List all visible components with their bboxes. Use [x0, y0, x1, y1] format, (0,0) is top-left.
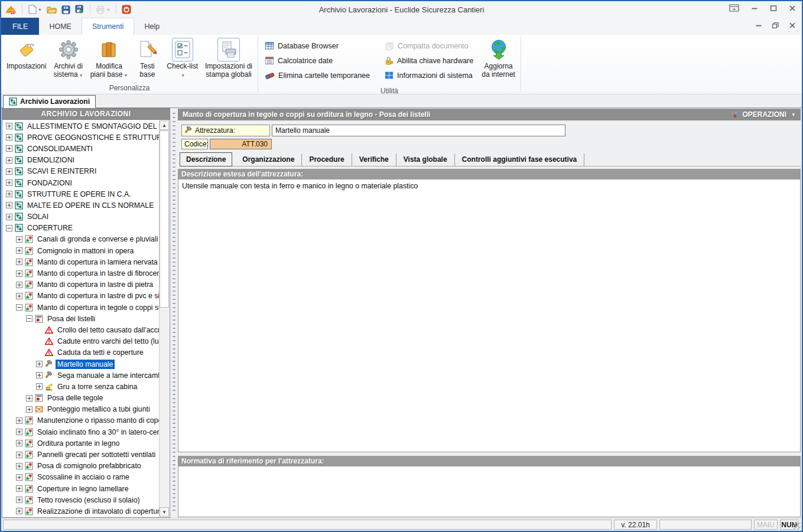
expand-plus-icon[interactable] [16, 236, 22, 243]
tree-item-label[interactable]: Realizzazione di intavolato di copertura [35, 507, 159, 516]
expand-plus-icon[interactable] [36, 372, 43, 378]
ribbon-tab-strumenti[interactable]: Strumenti [82, 18, 135, 35]
expand-plus-icon[interactable] [6, 214, 12, 220]
ribbon-button-informazioni-di-sistema[interactable]: Informazioni di sistema [385, 70, 473, 80]
exit-button[interactable] [120, 3, 133, 16]
expand-plus-icon[interactable] [26, 406, 32, 413]
collapse-minus-icon[interactable] [26, 315, 32, 322]
tree-item-label[interactable]: Orditura portante in legno [35, 439, 121, 448]
tree-item-label[interactable]: Manto di copertura in lamiera nervata [35, 257, 159, 267]
ribbon-button-database-browser[interactable]: Database Browser [265, 41, 370, 51]
tab-procedure[interactable]: Procedure [302, 154, 352, 166]
expand-plus-icon[interactable] [6, 202, 12, 208]
expand-plus-icon[interactable] [16, 440, 22, 446]
tree-item[interactable]: Ponteggio metallico a tubi giunti [3, 404, 159, 415]
tree-item[interactable]: SOLAI [3, 211, 159, 223]
save-button[interactable] [60, 3, 72, 16]
ribbon-button-archivi-di-sistema[interactable]: Archivi disistema▼ [50, 36, 86, 81]
tree-item-label[interactable]: STRUTTURE E OPERE IN C.A. [25, 190, 133, 199]
expand-plus-icon[interactable] [16, 508, 22, 514]
tab-controlli-aggiuntivi-fase-esecutiva[interactable]: Controlli aggiuntivi fase esecutiva [455, 154, 585, 166]
tree-item-label[interactable]: Caduta da tetti e coperture [56, 348, 145, 357]
tree-item-label[interactable]: Manto di copertura in lastre di pvc e si… [35, 291, 159, 301]
tree-item-label[interactable]: Manto di copertura in tegole o coppi su [35, 303, 159, 312]
expand-plus-icon[interactable] [16, 497, 22, 503]
tree-item[interactable]: Canali di gronda e converse e pluviali [3, 234, 159, 245]
tab-verifiche[interactable]: Verifiche [352, 154, 396, 166]
tree-item-label[interactable]: COPERTURE [25, 223, 74, 233]
mdi-restore-button[interactable] [772, 22, 779, 29]
tree-item[interactable]: Crollo del tetto causato dall'accum [3, 324, 159, 335]
ribbon-button-impostazioni-di-stampa-globali[interactable]: Impostazioni distampa globali [201, 36, 256, 80]
tree-item[interactable]: STRUTTURE E OPERE IN C.A. [3, 188, 159, 200]
open-button[interactable] [45, 3, 58, 16]
tree-item[interactable]: Orditura portante in legno [3, 438, 159, 449]
expand-plus-icon[interactable] [16, 270, 22, 277]
expand-plus-icon[interactable] [16, 282, 22, 288]
tree-item-label[interactable]: Cadute entro varchi del tetto (luc [56, 337, 159, 346]
ribbon-button-aggiorna-da-internet[interactable]: Aggiornada internet [478, 36, 519, 80]
ribbon-button-calcolatrice-date[interactable]: Calcolatrice date [265, 56, 370, 66]
tree-scrollbar[interactable]: ▲ ▼ [159, 120, 169, 517]
expand-plus-icon[interactable] [16, 485, 22, 492]
tree-item[interactable]: Pannelli grecati per sottotetti ventilat… [3, 449, 159, 460]
close-button[interactable] [789, 5, 796, 12]
maximize-button[interactable] [770, 5, 777, 12]
tree-item[interactable]: Manto di copertura in lamiera nervata [3, 256, 159, 267]
tree-item-label[interactable]: Posa dei listelli [45, 314, 97, 324]
ribbon-button-testi-base[interactable]: Testibase [131, 36, 163, 80]
ribbon-button-impostazioni[interactable]: Impostazioni [3, 36, 50, 72]
tree-item[interactable]: Coperture in legno lamellare [3, 483, 159, 494]
tree-item-label[interactable]: Posa delle tegole [45, 393, 105, 403]
tree-item-label[interactable]: SCAVI E REINTERRI [25, 167, 98, 176]
tree-item-label[interactable]: Manto di copertura in lastre di fibrocem… [35, 269, 159, 278]
collapse-ribbon-button[interactable] [729, 4, 739, 12]
collapse-minus-icon[interactable] [6, 225, 12, 231]
collapse-minus-icon[interactable] [16, 304, 22, 311]
expand-plus-icon[interactable] [16, 429, 22, 435]
resize-grip[interactable] [793, 522, 801, 530]
tree-item[interactable]: Manto di copertura in tegole o coppi su [3, 302, 159, 313]
tree-item-label[interactable]: Manto di copertura in lastre di pietra [35, 280, 155, 289]
expand-plus-icon[interactable] [16, 293, 22, 299]
ribbon-tab-file[interactable]: FILE [1, 18, 39, 35]
print-button[interactable]: ▼ [94, 3, 112, 16]
expand-plus-icon[interactable] [6, 179, 12, 186]
tree-item[interactable]: COPERTURE [3, 223, 159, 234]
tree-item-label[interactable]: SOLAI [25, 212, 50, 221]
mdi-close-button[interactable] [789, 22, 796, 29]
minimize-button[interactable] [751, 5, 758, 12]
expand-plus-icon[interactable] [6, 123, 12, 129]
tree-item[interactable]: Cadute entro varchi del tetto (luc [3, 336, 159, 347]
tree-item[interactable]: Martello manuale [3, 358, 159, 370]
expand-plus-icon[interactable] [6, 157, 12, 164]
tree-item[interactable]: ALLESTIMENTO E SMONTAGGIO DEL CANTIER [3, 120, 159, 132]
ribbon-button-compatta-documento[interactable]: Compatta documento [385, 41, 473, 51]
scroll-down-button[interactable]: ▼ [160, 507, 169, 517]
tree-item-label[interactable]: Scossaline in acciaio o rame [35, 472, 131, 482]
expand-plus-icon[interactable] [6, 191, 12, 197]
tree-item[interactable]: Posa dei listelli [3, 313, 159, 324]
tree-item[interactable]: Solaio inclinato fino a 30° in latero-ce… [3, 426, 159, 438]
expand-plus-icon[interactable] [26, 395, 32, 402]
tree-item-label[interactable]: Tetto rovescio (escluso il solaio) [35, 495, 142, 505]
ribbon-button-elimina-cartelle-temporanee[interactable]: Elimina cartelle temporanee [265, 70, 370, 80]
panel-splitter[interactable] [170, 108, 177, 518]
expand-plus-icon[interactable] [16, 452, 22, 458]
tree-item-label[interactable]: Gru a torre senza cabina [56, 382, 139, 391]
tree-item-label[interactable]: DEMOLIZIONI [25, 155, 76, 165]
expand-plus-icon[interactable] [6, 134, 12, 141]
tree-item-label[interactable]: MALTE ED OPERE IN CLS NORMALE [25, 201, 155, 210]
ribbon-button-modifica-piani-base[interactable]: Modificapiani base▼ [87, 36, 132, 81]
attrezzatura-input[interactable]: Martello manuale [272, 125, 565, 136]
expand-plus-icon[interactable] [6, 168, 12, 175]
expand-plus-icon[interactable] [16, 247, 22, 254]
expand-plus-icon[interactable] [36, 383, 43, 390]
tab-descrizione[interactable]: Descrizione [180, 152, 232, 167]
tree-item[interactable]: Comignolo in mattoni in opera [3, 245, 159, 256]
tree-item-label[interactable]: Canali di gronda e converse e pluviali [35, 234, 159, 244]
tree-item[interactable]: Tetto rovescio (escluso il solaio) [3, 494, 159, 505]
tab-archivio-lavorazioni[interactable]: Archivio Lavorazioni [3, 95, 96, 108]
tree-item[interactable]: Manto di copertura in lastre di pvc e si… [3, 291, 159, 302]
tree-item[interactable]: Posa delle tegole [3, 393, 159, 404]
